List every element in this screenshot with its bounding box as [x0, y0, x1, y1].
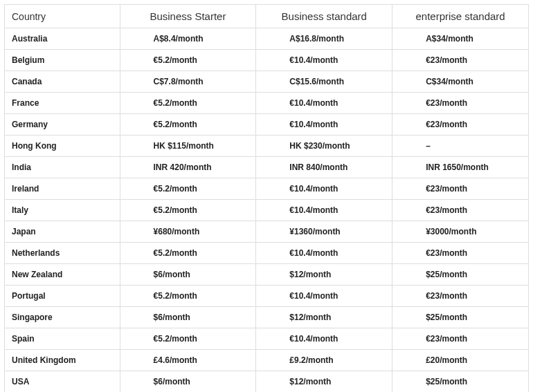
table-row: United Kingdom£4.6/month£9.2/month£20/mo…	[5, 350, 529, 371]
cell-standard: INR 840/month	[256, 157, 392, 178]
cell-standard: $12/month	[256, 307, 392, 328]
cell-enterprise: €23/month	[392, 200, 529, 221]
pricing-table-body: AustraliaA$8.4/monthA$16.8/monthA$34/mon…	[5, 28, 529, 393]
cell-standard: £9.2/month	[256, 350, 392, 371]
cell-country: Italy	[5, 200, 120, 221]
header-country: Country	[5, 5, 120, 28]
cell-starter: $6/month	[120, 307, 256, 328]
cell-standard: $12/month	[256, 264, 392, 286]
cell-starter: ¥680/month	[120, 221, 256, 243]
cell-enterprise: C$34/month	[392, 71, 529, 93]
cell-country: Ireland	[5, 178, 120, 200]
cell-starter: £4.6/month	[120, 350, 256, 371]
cell-enterprise: €23/month	[392, 286, 529, 307]
cell-country: Canada	[5, 71, 120, 93]
cell-standard: HK $230/month	[256, 136, 392, 157]
cell-starter: $6/month	[120, 264, 256, 286]
header-plan-starter: Business Starter	[120, 5, 256, 28]
cell-standard: €10.4/month	[256, 50, 392, 71]
cell-country: Japan	[5, 221, 120, 243]
cell-starter: €5.2/month	[120, 50, 256, 71]
table-row: Netherlands€5.2/month€10.4/month€23/mont…	[5, 243, 529, 264]
cell-enterprise: INR 1650/month	[392, 157, 529, 178]
cell-standard: $12/month	[256, 371, 392, 393]
cell-starter: HK $115/month	[120, 136, 256, 157]
cell-country: Belgium	[5, 50, 120, 71]
cell-starter: €5.2/month	[120, 286, 256, 307]
cell-enterprise: €23/month	[392, 93, 529, 114]
cell-standard: C$15.6/month	[256, 71, 392, 93]
cell-starter: €5.2/month	[120, 200, 256, 221]
cell-enterprise: €23/month	[392, 328, 529, 350]
cell-country: Australia	[5, 28, 120, 50]
cell-starter: A$8.4/month	[120, 28, 256, 50]
table-row: Portugal€5.2/month€10.4/month€23/month	[5, 286, 529, 307]
cell-standard: ¥1360/month	[256, 221, 392, 243]
cell-country: Portugal	[5, 286, 120, 307]
cell-enterprise: A$34/month	[392, 28, 529, 50]
table-row: Singapore$6/month$12/month$25/month	[5, 307, 529, 328]
cell-enterprise: –	[392, 136, 529, 157]
cell-country: United Kingdom	[5, 350, 120, 371]
cell-standard: €10.4/month	[256, 178, 392, 200]
pricing-table: Country Business Starter Business standa…	[4, 4, 529, 392]
table-row: Japan¥680/month¥1360/month¥3000/month	[5, 221, 529, 243]
cell-enterprise: $25/month	[392, 371, 529, 393]
cell-country: India	[5, 157, 120, 178]
cell-standard: €10.4/month	[256, 286, 392, 307]
cell-standard: €10.4/month	[256, 200, 392, 221]
cell-starter: €5.2/month	[120, 328, 256, 350]
cell-country: Netherlands	[5, 243, 120, 264]
cell-standard: €10.4/month	[256, 243, 392, 264]
cell-starter: €5.2/month	[120, 114, 256, 136]
table-row: AustraliaA$8.4/monthA$16.8/monthA$34/mon…	[5, 28, 529, 50]
cell-standard: €10.4/month	[256, 328, 392, 350]
cell-country: USA	[5, 371, 120, 393]
cell-enterprise: ¥3000/month	[392, 221, 529, 243]
cell-enterprise: €23/month	[392, 178, 529, 200]
table-row: Hong KongHK $115/monthHK $230/month–	[5, 136, 529, 157]
cell-starter: €5.2/month	[120, 243, 256, 264]
cell-starter: €5.2/month	[120, 93, 256, 114]
cell-country: Spain	[5, 328, 120, 350]
header-plan-standard: Business standard	[256, 5, 392, 28]
cell-starter: INR 420/month	[120, 157, 256, 178]
table-row: Italy€5.2/month€10.4/month€23/month	[5, 200, 529, 221]
cell-starter: $6/month	[120, 371, 256, 393]
cell-country: France	[5, 93, 120, 114]
cell-enterprise: £20/month	[392, 350, 529, 371]
cell-enterprise: €23/month	[392, 243, 529, 264]
cell-standard: €10.4/month	[256, 93, 392, 114]
table-row: Ireland€5.2/month€10.4/month€23/month	[5, 178, 529, 200]
table-header-row: Country Business Starter Business standa…	[5, 5, 529, 28]
cell-enterprise: €23/month	[392, 114, 529, 136]
cell-enterprise: $25/month	[392, 264, 529, 286]
cell-country: Hong Kong	[5, 136, 120, 157]
table-row: New Zealand$6/month$12/month$25/month	[5, 264, 529, 286]
cell-country: New Zealand	[5, 264, 120, 286]
header-plan-enterprise: enterprise standard	[392, 5, 529, 28]
cell-enterprise: $25/month	[392, 307, 529, 328]
table-row: France€5.2/month€10.4/month€23/month	[5, 93, 529, 114]
cell-starter: C$7.8/month	[120, 71, 256, 93]
cell-standard: €10.4/month	[256, 114, 392, 136]
cell-standard: A$16.8/month	[256, 28, 392, 50]
cell-country: Singapore	[5, 307, 120, 328]
cell-starter: €5.2/month	[120, 178, 256, 200]
table-row: CanadaC$7.8/monthC$15.6/monthC$34/month	[5, 71, 529, 93]
cell-country: Germany	[5, 114, 120, 136]
table-row: Spain€5.2/month€10.4/month€23/month	[5, 328, 529, 350]
table-row: IndiaINR 420/monthINR 840/monthINR 1650/…	[5, 157, 529, 178]
table-row: USA$6/month$12/month$25/month	[5, 371, 529, 393]
table-row: Germany€5.2/month€10.4/month€23/month	[5, 114, 529, 136]
table-row: Belgium€5.2/month€10.4/month€23/month	[5, 50, 529, 71]
cell-enterprise: €23/month	[392, 50, 529, 71]
